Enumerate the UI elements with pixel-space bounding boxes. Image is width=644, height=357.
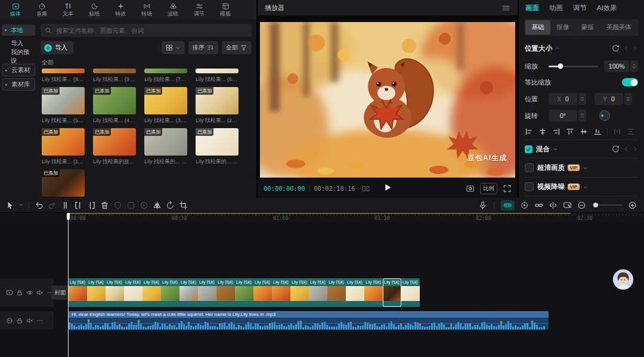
- media-item[interactable]: 已添加Lily 找松果的故事.png: [93, 128, 136, 166]
- video-track-icon[interactable]: [6, 289, 13, 296]
- fullscreen-icon[interactable]: [503, 184, 512, 193]
- video-clip[interactable]: Lily 找松: [309, 278, 327, 307]
- media-thumbnail[interactable]: 已添加: [42, 87, 85, 114]
- media-item[interactable]: 已添加Lily 找松果的... (19).png: [196, 128, 239, 166]
- inspector-tab-动画[interactable]: 动画: [549, 4, 563, 13]
- search-input[interactable]: [55, 26, 247, 35]
- ellipsis-icon[interactable]: [36, 317, 44, 324]
- timeline-zoom-slider[interactable]: [592, 204, 623, 206]
- subtab-基础[interactable]: 基础: [525, 20, 550, 35]
- subtab-蒙版[interactable]: 蒙版: [575, 20, 600, 35]
- scale-stepper[interactable]: [630, 60, 638, 72]
- keyframe-prev-icon[interactable]: [623, 45, 629, 51]
- media-item[interactable]: 已添加Lily 找松果... (3).png: [144, 87, 187, 125]
- media-thumbnail[interactable]: 已添加: [93, 87, 136, 114]
- main-track-magnet-button[interactable]: [501, 200, 515, 210]
- scale-slider[interactable]: [549, 66, 598, 67]
- link-button[interactable]: [534, 201, 543, 210]
- zoom-in-button[interactable]: [628, 201, 637, 210]
- play-button[interactable]: [383, 182, 393, 195]
- selected-clip[interactable]: Lily 找松: [383, 278, 401, 307]
- rotate-stepper[interactable]: [578, 110, 586, 122]
- auto-linkage-button[interactable]: [520, 201, 529, 210]
- blend-prev-icon[interactable]: [623, 146, 629, 152]
- tab-transition[interactable]: 转场: [134, 1, 160, 18]
- tab-template[interactable]: 模板: [212, 1, 239, 18]
- media-thumbnail[interactable]: 已添加: [196, 87, 239, 114]
- y-stepper[interactable]: [624, 93, 632, 105]
- speaker-mute-icon[interactable]: [26, 317, 33, 324]
- lock-icon[interactable]: [16, 289, 23, 296]
- align-right-button[interactable]: [552, 128, 561, 136]
- position-x-field[interactable]: X 0: [549, 93, 577, 105]
- ratio-button[interactable]: 比例: [480, 183, 497, 194]
- video-clip[interactable]: Lily 找松: [106, 278, 124, 307]
- media-thumbnail[interactable]: [144, 69, 187, 73]
- align-center-h-button[interactable]: [538, 128, 547, 136]
- distribute-v-button[interactable]: [627, 128, 635, 136]
- screen-button[interactable]: [563, 201, 572, 210]
- sidebar-item[interactable]: 我的预设: [2, 51, 35, 62]
- tab-audio[interactable]: 音频: [29, 1, 55, 18]
- trim-left-button[interactable]: [74, 201, 83, 210]
- media-thumbnail[interactable]: 已添加: [144, 87, 187, 114]
- player-canvas[interactable]: 豆包AI生成: [260, 22, 515, 178]
- collapse-icon[interactable]: [555, 46, 560, 51]
- trim-right-button[interactable]: [87, 201, 96, 210]
- playhead[interactable]: [68, 213, 69, 357]
- video-clip[interactable]: Lily 找松: [179, 278, 198, 307]
- media-thumbnail[interactable]: 已添加: [144, 128, 187, 156]
- lock-icon[interactable]: [16, 317, 23, 324]
- align-bottom-button[interactable]: [593, 128, 602, 136]
- tab-effects[interactable]: 特效: [107, 1, 134, 18]
- media-item[interactable]: 已添加Lily 找松果的... (21).png: [42, 169, 85, 198]
- denoise-checkbox[interactable]: [525, 182, 534, 191]
- media-thumbnail[interactable]: [93, 69, 136, 73]
- align-left-button[interactable]: [525, 128, 533, 136]
- mirror-button[interactable]: [153, 201, 162, 210]
- chevron-down-button[interactable]: [18, 203, 23, 207]
- undo-button[interactable]: [35, 201, 44, 210]
- preview-quality-icon[interactable]: [466, 184, 475, 193]
- menu-icon[interactable]: [501, 4, 510, 13]
- align-top-button[interactable]: [566, 128, 574, 136]
- tab-filter[interactable]: 滤镜: [160, 1, 186, 18]
- split-button[interactable]: [61, 201, 70, 210]
- video-clip[interactable]: Lily 找松: [198, 278, 216, 307]
- video-clip[interactable]: Lily 找松: [290, 278, 309, 307]
- inspector-tab-AI效果[interactable]: AI效果: [597, 4, 617, 13]
- scale-value[interactable]: 100%: [604, 60, 629, 72]
- sidebar-item[interactable]: 导入: [2, 38, 35, 49]
- import-button[interactable]: 导入: [41, 41, 73, 54]
- media-item[interactable]: 已添加Lily 找松果... (1).png: [42, 128, 85, 166]
- uniform-scale-toggle[interactable]: [622, 78, 638, 86]
- video-clip[interactable]: Lily 找松: [235, 278, 253, 307]
- denoise-caret-icon[interactable]: [583, 182, 588, 193]
- cover-button[interactable]: 封面: [51, 285, 69, 300]
- layout-select[interactable]: [162, 41, 185, 54]
- align-middle-v-button[interactable]: [580, 128, 588, 136]
- media-thumbnail[interactable]: 已添加: [93, 128, 136, 156]
- sidebar-item[interactable]: ▾本地: [2, 24, 35, 36]
- media-thumbnail[interactable]: [196, 69, 239, 73]
- tab-adjust[interactable]: 调节: [186, 1, 212, 18]
- media-thumbnail[interactable]: 已添加: [196, 128, 239, 156]
- video-clip[interactable]: Lily 找松: [253, 278, 272, 307]
- media-thumbnail[interactable]: 已添加: [42, 128, 85, 156]
- subtab-抠像[interactable]: 抠像: [550, 20, 575, 35]
- media-item[interactable]: Lily 找松果... (8).png: [42, 69, 85, 83]
- delete-button[interactable]: [100, 201, 109, 210]
- video-clip[interactable]: Lily 找松: [161, 278, 179, 307]
- media-thumbnail[interactable]: [42, 69, 85, 73]
- inspector-tab-画面[interactable]: 画面: [525, 4, 539, 13]
- user-avatar[interactable]: [613, 269, 633, 290]
- frames-icon[interactable]: [361, 184, 370, 193]
- mic-button[interactable]: [478, 201, 487, 210]
- blend-next-icon[interactable]: [632, 146, 638, 152]
- video-clip[interactable]: Lily 找松: [346, 278, 364, 307]
- crop-button[interactable]: [179, 201, 188, 210]
- cursor-button[interactable]: [5, 201, 14, 210]
- rotate-value[interactable]: 0°: [549, 110, 577, 122]
- video-clip[interactable]: Lily 找松: [143, 278, 161, 307]
- audio-clip[interactable]: Hi, dear English learners! Today, let's …: [69, 311, 549, 330]
